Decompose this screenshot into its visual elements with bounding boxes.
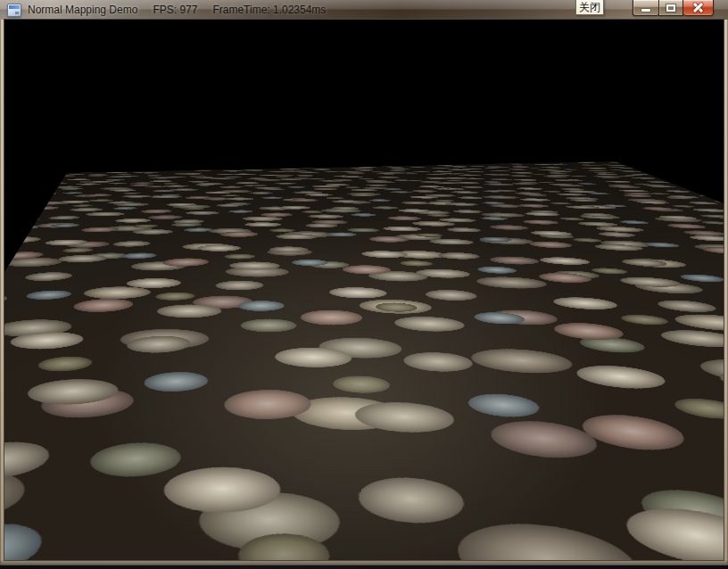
- minimize-icon: [641, 9, 650, 12]
- desktop: Normal Mapping Demo FPS: 977 FrameTime: …: [0, 0, 728, 569]
- titlebar[interactable]: Normal Mapping Demo FPS: 977 FrameTime: …: [0, 0, 728, 20]
- close-tooltip: 关闭: [575, 0, 604, 15]
- close-button[interactable]: [683, 0, 714, 16]
- maximize-icon: [666, 4, 675, 12]
- app-window: Normal Mapping Demo FPS: 977 FrameTime: …: [0, 0, 728, 565]
- minimize-button[interactable]: [633, 0, 658, 16]
- render-viewport[interactable]: [4, 20, 724, 560]
- close-icon: [693, 3, 703, 12]
- maximize-button[interactable]: [658, 0, 683, 16]
- desktop-strip: [0, 565, 728, 569]
- cobblestone-floor-plane: [4, 20, 724, 560]
- app-icon: [7, 4, 21, 17]
- frametime-counter: FrameTime: 1.02354ms: [212, 4, 326, 16]
- caption-buttons: [633, 0, 714, 17]
- cobblestone-texture: [4, 20, 724, 165]
- fps-counter: FPS: 977: [153, 4, 197, 16]
- window-title: Normal Mapping Demo: [28, 4, 137, 16]
